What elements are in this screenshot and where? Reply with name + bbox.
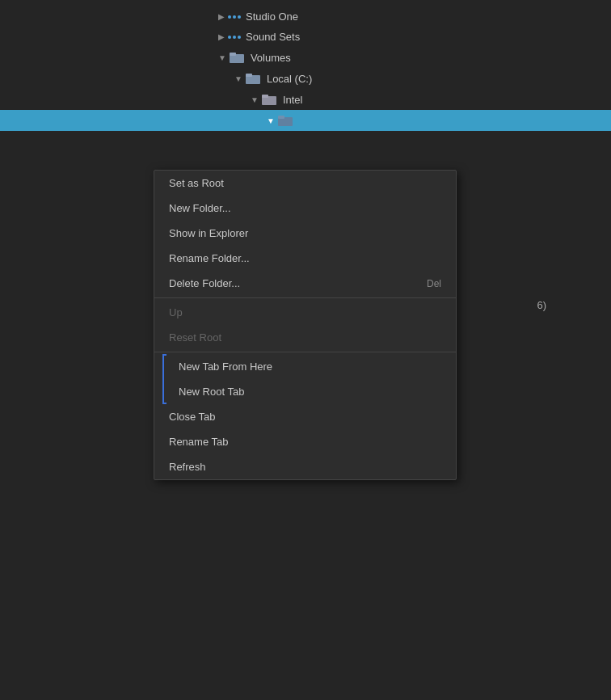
tree-label: Studio One: [246, 11, 298, 23]
menu-item-delete-folder[interactable]: Delete Folder... Del: [154, 271, 456, 296]
tree-arrow: ▼: [218, 53, 226, 62]
folder-icon: [246, 72, 262, 85]
dots-icon: [228, 15, 241, 19]
svg-rect-3: [246, 74, 252, 77]
tab-group: New Tab From Here New Root Tab: [154, 354, 456, 404]
tree-label: Intel: [283, 94, 303, 106]
menu-item-rename-folder[interactable]: Rename Folder...: [154, 246, 456, 271]
tree-arrow: ▼: [234, 74, 242, 83]
context-menu: Set as Root New Folder... Show in Explor…: [154, 170, 457, 480]
tree-arrow: ▼: [251, 95, 259, 104]
tree-label: Sound Sets: [246, 31, 300, 43]
svg-rect-7: [278, 116, 284, 119]
tree-item-studio-one[interactable]: ▶ Studio One: [0, 6, 611, 27]
tree-item-selected[interactable]: ▼: [0, 110, 611, 131]
menu-item-new-tab-from-here[interactable]: New Tab From Here: [154, 354, 456, 379]
tree-arrow: ▶: [218, 32, 225, 41]
menu-item-refresh[interactable]: Refresh: [154, 454, 456, 479]
tree-label: Local (C:): [267, 73, 312, 85]
svg-rect-1: [230, 53, 236, 56]
menu-item-reset-root: Reset Root: [154, 325, 456, 350]
folder-icon: [278, 114, 294, 127]
menu-item-rename-tab[interactable]: Rename Tab: [154, 429, 456, 454]
tree-arrow: ▼: [267, 116, 275, 125]
folder-icon: [262, 93, 278, 106]
menu-item-new-folder[interactable]: New Folder...: [154, 196, 456, 221]
svg-rect-5: [262, 95, 268, 98]
tree-item-volumes[interactable]: ▼ Volumes: [0, 47, 611, 68]
tree-item-intel[interactable]: ▼ Intel: [0, 89, 611, 110]
right-panel-text: 6): [537, 299, 546, 311]
menu-separator-2: [154, 352, 456, 352]
tree-item-local-c[interactable]: ▼ Local (C:): [0, 68, 611, 89]
menu-item-up: Up: [154, 300, 456, 325]
tree-arrow: ▶: [218, 12, 225, 21]
folder-icon: [230, 51, 246, 64]
menu-separator-1: [154, 297, 456, 298]
delete-shortcut: Del: [427, 278, 441, 289]
dots-icon: [228, 36, 241, 39]
menu-item-set-as-root[interactable]: Set as Root: [154, 171, 456, 196]
tree-label: Volumes: [251, 52, 291, 64]
tree-panel: ▶ Studio One ▶ Sound Sets ▼: [0, 0, 611, 700]
menu-item-show-in-explorer[interactable]: Show in Explorer: [154, 221, 456, 246]
menu-item-close-tab[interactable]: Close Tab: [154, 404, 456, 429]
tree-item-sound-sets[interactable]: ▶ Sound Sets: [0, 27, 611, 47]
menu-item-new-root-tab[interactable]: New Root Tab: [154, 379, 456, 404]
